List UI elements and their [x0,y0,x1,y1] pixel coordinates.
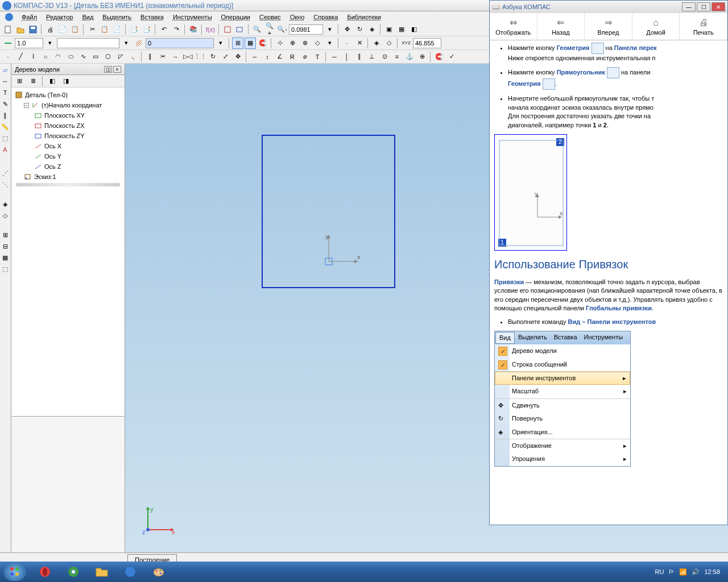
dim-v-tool[interactable]: ↕ [262,51,273,63]
orientation-button[interactable]: ◈ [366,24,378,35]
param-panel-btn[interactable]: ∥ [0,110,10,120]
copy-props-button[interactable]: 📑 [129,24,140,35]
save-button[interactable] [27,24,39,35]
zoom-fit-button[interactable]: 🔍 [251,24,263,35]
scale-tool[interactable]: ⤢ [220,51,231,63]
magnet-button[interactable]: 🧲 [257,38,268,49]
taskbar[interactable]: RU 🏳 📶 🔊 12:58 [0,562,728,582]
fillet-tool[interactable]: ◟ [127,51,139,63]
render-wireframe-button[interactable]: ▣ [383,24,395,35]
magnet2-button[interactable]: 🧲 [433,51,445,63]
tray-flag-icon[interactable]: 🏳 [668,568,675,575]
task-opera[interactable] [32,563,58,580]
cross-button[interactable]: ✕ [354,38,365,49]
help-nav-back[interactable]: ⇐Назад [537,13,585,40]
aux1-btn[interactable]: ⋰ [0,168,10,178]
snap5-button[interactable]: ▾ [324,38,336,49]
spline-tool[interactable]: ∿ [77,51,89,63]
layers-button[interactable]: ◈ [371,38,382,49]
geometry-panel-btn[interactable]: ▱ [0,65,10,75]
line-tool[interactable]: ╱ [15,51,26,63]
copy-button[interactable]: 📋 [99,24,110,35]
constr-eq-tool[interactable]: = [391,51,403,63]
help-title-bar[interactable]: 📖 Азбука КОМПАС — ☐ ✕ [490,1,727,13]
edit-panel-btn[interactable]: ✎ [0,99,10,109]
start-button[interactable] [3,563,26,581]
task-paint[interactable] [146,563,172,580]
symbol-panel-btn[interactable]: A [0,144,10,155]
dim-r-tool[interactable]: R [287,51,298,63]
rotate-view-button[interactable]: ↻ [354,24,365,35]
snap-toggle-button[interactable]: ⊞ [232,38,243,49]
aux5-btn[interactable]: ⊞ [0,230,10,240]
tree-root[interactable]: Деталь (Тел-0) [14,90,122,100]
aux4-btn[interactable]: ◇ [0,210,10,221]
xyz-button[interactable]: XYZ [400,38,412,49]
help-max-button[interactable]: ☐ [697,2,710,11]
menu-help[interactable]: Справка [309,13,342,22]
tree-plane-zx[interactable]: Плоскость ZX [14,120,122,131]
constr-tan-tool[interactable]: ⊙ [379,51,390,63]
text-panel-btn[interactable]: T [0,88,10,98]
help-nav-home[interactable]: ⌂Домой [632,13,680,40]
rect-tool[interactable]: ▭ [90,51,101,63]
collapse-icon[interactable]: − [24,103,29,108]
tray-lang[interactable]: RU [655,568,664,575]
ellipse-tool[interactable]: ⬭ [65,51,76,63]
new-button[interactable] [2,24,14,35]
menu-file[interactable]: Файл [17,13,42,22]
tray-network-icon[interactable]: 📶 [679,568,687,576]
linestyle-dd[interactable]: ▾ [215,38,226,49]
menu-insert[interactable]: Вставка [136,13,168,22]
rotate-tool[interactable]: ↻ [207,51,218,63]
circle-tool[interactable]: ○ [40,51,51,63]
open-button[interactable] [15,24,26,35]
tree-axis-x[interactable]: Ось X [14,141,122,151]
menu-edit[interactable]: Редактор [42,13,77,22]
tree-close-button[interactable]: × [113,66,121,73]
menu-libs[interactable]: Библиотеки [342,13,386,22]
help-min-button[interactable]: — [682,2,696,11]
aux7-btn[interactable]: ▦ [0,252,10,263]
preview-button[interactable]: 📄 [57,24,68,35]
zoom-input[interactable] [289,24,323,35]
tree-plane-xy[interactable]: Плоскость XY [14,110,122,120]
dim-a-tool[interactable]: ∠ [274,51,286,63]
snap4-button[interactable]: ◇ [312,38,323,49]
tray-volume-icon[interactable]: 🔊 [692,568,700,576]
mirror-tool[interactable]: ▷◁ [182,51,193,63]
sketch-on-button[interactable] [234,24,246,35]
tree-btn3[interactable]: ◧ [47,76,58,87]
render-shaded-button[interactable]: ▦ [396,24,407,35]
tree-axis-z[interactable]: Ось Z [14,161,122,172]
menu-view[interactable]: Вид [77,13,98,22]
task-explorer[interactable] [89,563,115,580]
help-nav-forward[interactable]: ⇒Вперед [585,13,632,40]
tree-btn4[interactable]: ◨ [60,76,72,87]
linestyle-input[interactable] [146,38,214,48]
dim-d-tool[interactable]: ⌀ [299,51,311,63]
task-chrome[interactable] [60,563,86,580]
constr-fix-tool[interactable]: ⚓ [404,51,415,63]
line-style-button[interactable] [2,38,14,49]
tree-sketch[interactable]: Эскиз:1 [14,172,122,182]
menu-operations[interactable]: Операции [217,13,255,22]
sketch-button[interactable] [222,24,233,35]
cut-button[interactable]: ✂ [86,24,98,35]
variables-button[interactable]: f(x) [205,24,216,35]
aux2-btn[interactable]: ⋱ [0,180,10,190]
render-hidden-button[interactable]: ◧ [408,24,420,35]
tree-body[interactable]: Деталь (Тел-0) − (т)Начало координат Пло… [11,88,125,416]
offset-tool[interactable]: ∥ [144,51,156,63]
step-dd[interactable]: ▾ [44,38,56,49]
layer-dd[interactable]: ▾ [121,38,132,49]
tree-btn1[interactable]: ⊞ [14,76,25,87]
menu-service[interactable]: Сервис [255,13,286,22]
constr-coinc-tool[interactable]: ⊕ [416,51,428,63]
snap1-button[interactable]: ⊹ [274,38,286,49]
polyline-tool[interactable]: ⌇ [27,51,39,63]
help-nav-print[interactable]: 🖨Печать [680,13,727,40]
aux8-btn[interactable]: ⬚ [0,264,10,274]
extend-tool[interactable]: → [169,51,181,63]
task-kompas[interactable] [117,563,143,580]
